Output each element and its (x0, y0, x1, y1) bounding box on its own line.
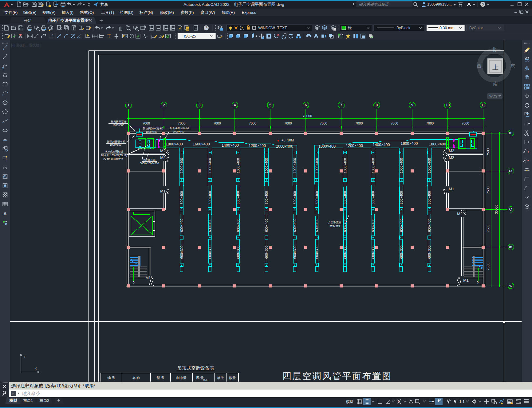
svg-text:+3. 10M: +3. 10M (282, 138, 294, 142)
svg-text:7500: 7500 (486, 186, 490, 194)
svg-text:A: A (3, 211, 7, 216)
svg-text:1000×400: 1000×400 (276, 144, 293, 149)
svg-text:南: 南 (493, 81, 498, 86)
svg-text:电子厂空调平面布置图.dwg: 电子厂空调平面布置图.dwg (234, 2, 284, 7)
svg-text:600×400: 600×400 (236, 219, 240, 232)
svg-text:工具(T): 工具(T) (101, 10, 114, 15)
svg-text:键入命令: 键入命令 (22, 391, 40, 396)
svg-text:600×300: 600×300 (293, 245, 297, 259)
svg-text:1000×400: 1000×400 (371, 158, 375, 173)
svg-text:布局1: 布局1 (23, 398, 33, 403)
svg-text:1200×400: 1200×400 (346, 144, 363, 148)
svg-text:1505999135...: 1505999135... (427, 2, 452, 6)
svg-text:1: 1 (128, 103, 130, 107)
svg-text:600×400: 600×400 (371, 219, 375, 232)
svg-text:编辑(E): 编辑(E) (23, 10, 36, 15)
svg-text:600×300: 600×300 (343, 245, 347, 259)
svg-text:1000×400: 1000×400 (318, 144, 336, 149)
svg-text:ISO-25: ISO-25 (184, 34, 196, 38)
svg-text:数量: 数量 (229, 376, 236, 380)
svg-text:风 量: 风 量 (196, 376, 203, 380)
svg-text:5: 5 (269, 103, 271, 107)
svg-text:800×400: 800×400 (180, 191, 183, 204)
svg-text:7000: 7000 (249, 121, 256, 125)
svg-text:[-][俯视][二维线框]: [-][俯视][二维线框] (11, 43, 41, 47)
svg-text:1:1: 1:1 (459, 400, 465, 404)
svg-text:键入关键字或短语: 键入关键字或短语 (359, 2, 389, 6)
svg-text:型 号: 型 号 (156, 376, 164, 380)
svg-text:7000: 7000 (213, 121, 221, 125)
svg-text:600×300: 600×300 (180, 245, 183, 259)
svg-text:4: 4 (234, 103, 236, 107)
svg-text:B: B (509, 246, 513, 248)
svg-text:格式(O): 格式(O) (80, 10, 94, 15)
svg-text:600×400: 600×400 (343, 219, 347, 232)
svg-text:7000: 7000 (391, 121, 398, 125)
svg-text:新风防雨百叶: 新风防雨百叶 (111, 120, 127, 123)
svg-text:1800×400: 1800×400 (146, 130, 157, 133)
svg-text:600×400: 600×400 (180, 219, 183, 232)
svg-text:600×300: 600×300 (400, 245, 403, 259)
svg-text:70000: 70000 (303, 114, 312, 118)
svg-text:选择注释对象或 [放弃(U)/模式(M)]: *取消*: 选择注释对象或 [放弃(U)/模式(M)]: *取消* (11, 383, 96, 388)
svg-text:800×400: 800×400 (293, 191, 297, 204)
svg-text:6: 6 (305, 103, 307, 107)
svg-text:M2: M2 (449, 149, 454, 153)
svg-text:800×400: 800×400 (428, 191, 431, 204)
svg-text:7500: 7500 (486, 263, 490, 270)
svg-text:制冷量: 103KW(35HP): 制冷量: 103KW(35HP) (101, 154, 127, 157)
svg-text:文件(F): 文件(F) (5, 10, 18, 15)
svg-text:?: ? (132, 281, 135, 285)
svg-text:>_: >_ (12, 392, 15, 395)
svg-text:600×400: 600×400 (293, 219, 297, 232)
svg-text:1000×400: 1000×400 (265, 158, 268, 173)
svg-text:单位: 单位 (217, 376, 224, 380)
svg-text:A: A (509, 284, 513, 287)
svg-text:2: 2 (163, 103, 165, 107)
svg-text:600×400: 600×400 (265, 219, 268, 232)
svg-text:A: A (160, 34, 162, 38)
svg-text:?: ? (477, 281, 479, 285)
svg-text:制冷量: 制冷量 (176, 376, 187, 380)
svg-text:7000: 7000 (320, 121, 327, 125)
svg-text:1800×400: 1800×400 (429, 142, 446, 146)
svg-text:3: 3 (198, 103, 200, 107)
svg-text:窗口(W): 窗口(W) (201, 10, 215, 15)
svg-text:风 量: 16100M³/h: 风 量: 16100M³/h (103, 157, 123, 160)
svg-text:1400×400: 1400×400 (222, 143, 239, 148)
svg-text:四层空调风管平面布置图: 四层空调风管平面布置图 (282, 371, 392, 381)
svg-text:参数(P): 参数(P) (180, 10, 194, 15)
svg-text:1000×400: 1000×400 (315, 158, 319, 173)
svg-text:9: 9 (411, 103, 413, 107)
svg-text:1000×400: 1000×400 (400, 158, 403, 173)
svg-text:M³/h: M³/h (203, 379, 207, 381)
svg-text:7000: 7000 (462, 121, 469, 125)
svg-text:WINDOW_TEXT: WINDOW_TEXT (258, 26, 287, 30)
svg-text:消声静压箱: 消声静压箱 (142, 158, 156, 161)
svg-text:插入(I): 插入(I) (61, 10, 73, 15)
svg-text:8: 8 (376, 103, 378, 107)
svg-text:M2: M2 (449, 156, 454, 160)
svg-text:1200×400: 1200×400 (249, 144, 266, 148)
svg-text:上: 上 (492, 64, 499, 71)
svg-text:X: X (35, 367, 37, 370)
svg-text:7000: 7000 (284, 121, 292, 125)
svg-text:600×300: 600×300 (208, 245, 212, 259)
svg-text:800×400: 800×400 (208, 191, 212, 204)
svg-text:7000: 7000 (355, 121, 363, 125)
svg-text:10: 10 (446, 103, 450, 107)
svg-text:0.30 mm: 0.30 mm (439, 26, 455, 30)
svg-text:11: 11 (481, 103, 485, 107)
svg-text:Y: Y (24, 355, 26, 359)
svg-text:北: 北 (492, 47, 497, 52)
svg-text:Express: Express (242, 10, 256, 15)
svg-text:绿: 绿 (348, 26, 352, 30)
svg-text:600×300: 600×300 (236, 245, 240, 259)
svg-text:600×400: 600×400 (400, 219, 403, 232)
svg-text:1600×400: 1600×400 (401, 141, 418, 146)
svg-text:新风对开调节阀: 新风对开调节阀 (107, 140, 125, 143)
svg-text:1: 1 (126, 35, 127, 38)
svg-text:电子厂空调平面布置图*: 电子厂空调平面布置图* (48, 18, 90, 23)
svg-text:7500: 7500 (486, 148, 490, 156)
svg-text:1000×400: 1000×400 (428, 158, 431, 173)
